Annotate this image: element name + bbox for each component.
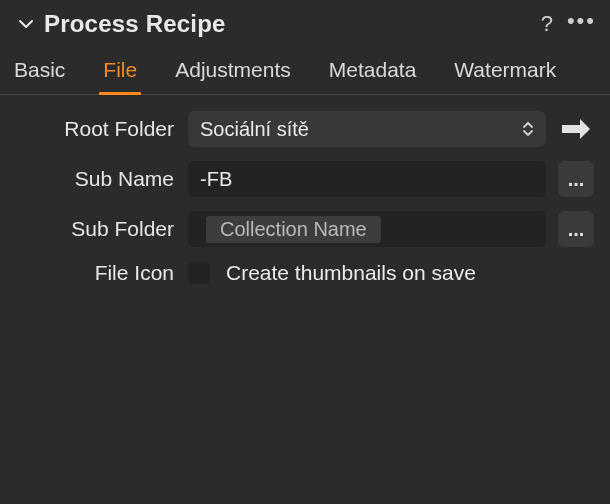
file-icon-label: File Icon <box>16 261 174 285</box>
tab-file[interactable]: File <box>103 48 137 94</box>
tab-watermark[interactable]: Watermark <box>454 48 556 94</box>
create-thumbnails-checkbox[interactable] <box>188 262 210 284</box>
sub-folder-token: Collection Name <box>206 216 381 243</box>
tab-bar: Basic File Adjustments Metadata Watermar… <box>0 48 610 95</box>
sub-name-value: -FB <box>200 168 232 191</box>
form-body: Root Folder Sociální sítě <box>0 95 610 285</box>
svg-rect-0 <box>562 125 582 133</box>
sub-name-label: Sub Name <box>16 167 174 191</box>
root-folder-value: Sociální sítě <box>200 118 522 141</box>
collapse-toggle[interactable] <box>14 16 38 32</box>
tab-adjustments[interactable]: Adjustments <box>175 48 291 94</box>
help-icon[interactable]: ? <box>541 11 553 37</box>
go-to-folder-icon[interactable] <box>558 111 594 147</box>
panel-title: Process Recipe <box>44 10 541 38</box>
sub-folder-input[interactable]: Collection Name <box>188 211 546 247</box>
sub-folder-more-button[interactable]: ... <box>558 211 594 247</box>
tab-basic[interactable]: Basic <box>14 48 65 94</box>
sub-name-more-button[interactable]: ... <box>558 161 594 197</box>
root-folder-select[interactable]: Sociální sítě <box>188 111 546 147</box>
stepper-icon <box>522 120 534 138</box>
row-root-folder: Root Folder Sociální sítě <box>16 111 594 147</box>
create-thumbnails-label: Create thumbnails on save <box>226 261 476 285</box>
sub-folder-label: Sub Folder <box>16 217 174 241</box>
header-actions: ? ••• <box>541 11 596 37</box>
row-sub-folder: Sub Folder Collection Name ... <box>16 211 594 247</box>
root-folder-label: Root Folder <box>16 117 174 141</box>
sub-name-input[interactable]: -FB <box>188 161 546 197</box>
row-sub-name: Sub Name -FB ... <box>16 161 594 197</box>
process-recipe-panel: Process Recipe ? ••• Basic File Adjustme… <box>0 0 610 504</box>
tab-metadata[interactable]: Metadata <box>329 48 417 94</box>
panel-menu-icon[interactable]: ••• <box>567 8 596 34</box>
panel-header: Process Recipe ? ••• <box>0 0 610 48</box>
row-file-icon: File Icon Create thumbnails on save <box>16 261 594 285</box>
